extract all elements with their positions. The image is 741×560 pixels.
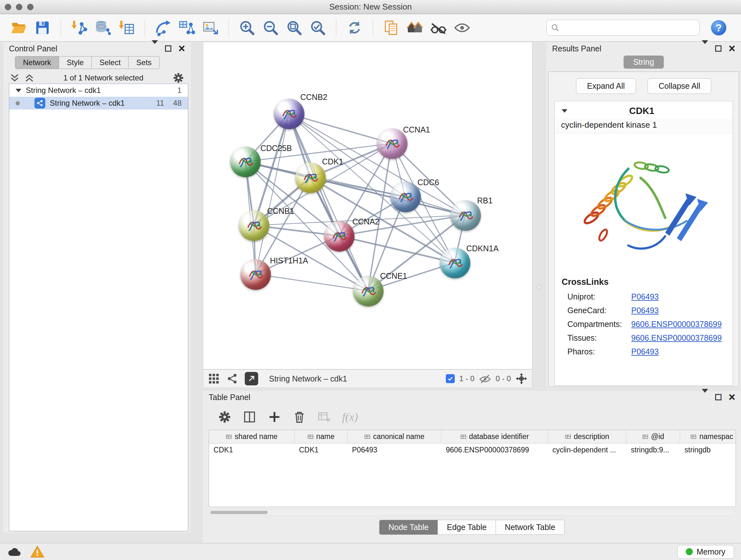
export-image-icon: [202, 19, 219, 36]
crosslink-value-link[interactable]: P06493: [631, 306, 659, 315]
search-input[interactable]: [562, 23, 695, 32]
panel-close-button[interactable]: ×: [179, 45, 185, 52]
column-header--id[interactable]: @id: [626, 430, 680, 443]
delete-table-icon: [317, 410, 331, 424]
copy-document-button[interactable]: [381, 17, 402, 38]
expand-all-button[interactable]: Expand All: [576, 78, 636, 94]
network-node-cdc6[interactable]: [390, 182, 421, 212]
tab-string[interactable]: String: [623, 56, 664, 69]
help-button[interactable]: ?: [711, 20, 726, 36]
birdseye-view-button[interactable]: [404, 17, 425, 38]
control-tab-network[interactable]: Network: [15, 56, 59, 69]
column-header-label: canonical name: [373, 432, 424, 441]
zoom-fit-button[interactable]: [284, 17, 305, 38]
crosslink-value-link[interactable]: 9606.ENSP00000378699: [631, 320, 722, 329]
export-network-image-button[interactable]: [200, 17, 221, 38]
disclosure-triangle-icon[interactable]: [16, 89, 21, 92]
table-cell[interactable]: 9606.ENSP00000378699: [441, 446, 548, 454]
share-network-icon[interactable]: [226, 373, 239, 385]
column-header-namespac[interactable]: namespac: [680, 430, 736, 443]
panel-close-button[interactable]: ×: [729, 393, 735, 401]
table-cell[interactable]: stringdb: [680, 446, 736, 454]
network-node-cdc25b[interactable]: [230, 146, 261, 177]
network-node-cdkn1a[interactable]: [440, 248, 470, 278]
table-tab-node-table[interactable]: Node Table: [379, 520, 438, 535]
import-network-from-file-button[interactable]: [69, 17, 90, 38]
panel-float-button[interactable]: [165, 45, 172, 52]
column-type-icon: [690, 434, 697, 440]
scrollbar-thumb[interactable]: [210, 511, 268, 514]
panel-splitter-grip[interactable]: [537, 285, 541, 289]
table-cell[interactable]: stringdb:9...: [626, 446, 680, 454]
control-tab-select[interactable]: Select: [91, 56, 129, 69]
disclosure-triangle-icon[interactable]: [562, 109, 567, 113]
toolbar-separator: [373, 19, 373, 37]
crosslink-value-link[interactable]: P06493: [631, 347, 659, 356]
apply-layout-button[interactable]: [344, 17, 365, 38]
column-header-canonical-name[interactable]: canonical name: [347, 430, 441, 443]
table-cell[interactable]: CDK1: [209, 446, 294, 454]
network-row-selected[interactable]: String Network – cdk1 11 48: [9, 97, 188, 110]
table-cell[interactable]: P06493: [347, 446, 441, 454]
panel-menu-button[interactable]: [151, 44, 158, 53]
import-table-from-file-button[interactable]: [116, 17, 137, 38]
network-node-ccna2[interactable]: [324, 221, 354, 252]
column-header-database-identifier[interactable]: database identifier: [441, 430, 548, 443]
search-box[interactable]: [546, 20, 699, 36]
table-tab-network-table[interactable]: Network Table: [495, 520, 564, 535]
crosslink-value-link[interactable]: 9606.ENSP00000378699: [631, 333, 722, 343]
selected-checkbox[interactable]: [446, 374, 455, 383]
column-header-shared-name[interactable]: shared name: [209, 430, 294, 443]
table-cell[interactable]: cyclin-dependent ...: [548, 446, 626, 454]
new-network-from-selection-button[interactable]: [176, 17, 197, 38]
network-node-cdk1[interactable]: [295, 163, 326, 193]
panel-close-button[interactable]: ×: [729, 45, 735, 52]
panel-menu-button[interactable]: [702, 393, 708, 402]
zoom-selected-button[interactable]: [307, 17, 328, 38]
crosslink-value-link[interactable]: P06493: [631, 292, 659, 301]
chevrons-down-icon[interactable]: [10, 74, 20, 82]
open-session-button[interactable]: [8, 17, 29, 38]
table-row[interactable]: CDK1CDK1P064939606.ENSP00000378699cyclin…: [209, 443, 736, 456]
hide-selected-button[interactable]: [428, 17, 449, 38]
memory-button[interactable]: Memory: [677, 545, 734, 559]
zoom-out-button[interactable]: [260, 17, 281, 38]
zoom-in-button[interactable]: [237, 17, 258, 38]
collapse-all-button[interactable]: Collapse All: [648, 78, 712, 94]
warning-icon[interactable]: [30, 545, 45, 558]
control-tab-style[interactable]: Style: [59, 56, 91, 69]
table-tab-edge-table[interactable]: Edge Table: [437, 520, 496, 535]
panel-float-button[interactable]: [715, 394, 722, 400]
column-header-description[interactable]: description: [548, 430, 626, 443]
network-node-ccnb1[interactable]: [239, 210, 269, 241]
panel-menu-button[interactable]: [702, 44, 708, 53]
network-collection-row[interactable]: String Network – cdk1 1: [9, 84, 188, 97]
toolbar-separator: [228, 19, 229, 37]
table-settings-button[interactable]: [218, 410, 232, 424]
cloud-icon[interactable]: [7, 545, 22, 558]
new-network-button[interactable]: [152, 17, 174, 38]
table-cell[interactable]: CDK1: [294, 446, 347, 454]
crosshair-icon[interactable]: [515, 373, 528, 385]
panel-float-button[interactable]: [715, 45, 722, 52]
network-node-hist1h1a[interactable]: [240, 259, 271, 290]
birdseye-toggle-button[interactable]: [245, 372, 258, 385]
save-session-button[interactable]: [32, 17, 53, 38]
control-tab-sets[interactable]: Sets: [128, 56, 159, 69]
create-column-button[interactable]: [267, 410, 281, 424]
column-header-name[interactable]: name: [294, 430, 347, 443]
delete-column-button[interactable]: [292, 410, 307, 424]
grid-icon[interactable]: [208, 373, 220, 385]
show-all-button[interactable]: [452, 17, 473, 38]
column-header-label: shared name: [234, 432, 277, 441]
network-options-button[interactable]: [172, 72, 185, 84]
network-canvas[interactable]: CCNB2CCNA1CDC25BCDK1CDC6RB1CCNB1CCNA2CDK…: [203, 42, 532, 369]
import-network-from-database-button[interactable]: [92, 17, 113, 38]
chevrons-up-icon[interactable]: [24, 74, 35, 82]
eye-slash-icon[interactable]: [479, 373, 491, 385]
network-node-ccnb2[interactable]: [274, 99, 305, 129]
network-node-rb1[interactable]: [450, 200, 481, 231]
network-node-ccne1[interactable]: [353, 276, 384, 307]
show-columns-button[interactable]: [243, 410, 257, 424]
horizontal-scrollbar[interactable]: [209, 509, 736, 515]
